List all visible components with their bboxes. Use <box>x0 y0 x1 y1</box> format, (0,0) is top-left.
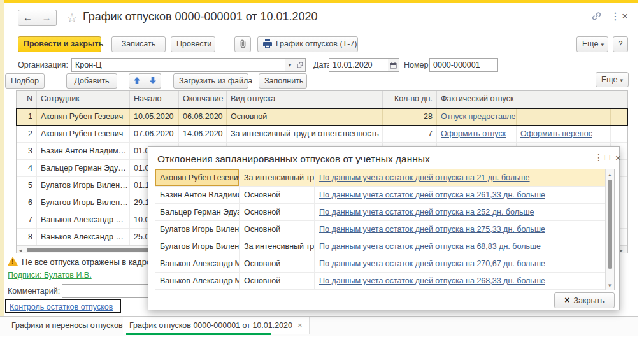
table-row[interactable]: 2Акопян Рубен Гезевич07.06.202014.06.202… <box>17 125 627 143</box>
deviation-row[interactable]: Ваньков Александр Матвее…ОсновнойПо данн… <box>155 255 614 273</box>
deviation-message-cell: По данным учета остаток дней отпуска на … <box>315 187 605 204</box>
deviation-message-link[interactable]: По данным учета остаток дней отпуска на … <box>319 259 545 268</box>
deviation-type-cell: Основной <box>240 204 315 221</box>
dialog-close-button[interactable]: ×Закрыть <box>554 292 615 308</box>
organization-open-icon[interactable] <box>295 58 306 72</box>
window-close-icon[interactable]: × <box>622 10 628 23</box>
employee-cell: Базин Антон Владим… <box>37 143 130 160</box>
calendar-icon[interactable] <box>388 58 399 72</box>
deviation-row[interactable]: Булатов Игорь ВиленовичЗа интенсивный тр… <box>155 238 614 255</box>
dialog-vertical-scrollbar[interactable]: ▴ ▾ <box>605 169 614 290</box>
deviation-type-cell: За интенсивный труд и отве… <box>240 169 315 187</box>
fact-vacation-link[interactable]: Оформить отпуск <box>441 129 506 138</box>
move-up-button[interactable] <box>129 73 145 89</box>
deviation-message-cell: По данным учета остаток дней отпуска на … <box>315 169 605 187</box>
spacer-cell <box>611 125 627 143</box>
deviation-employee-cell: Булатов Игорь Виленович <box>155 221 240 238</box>
dialog-maximize-icon[interactable]: □ <box>605 152 610 162</box>
tab-vacation-schedules-list[interactable]: Графики и переносы отпусков× <box>5 317 140 334</box>
organization-label: Организация: <box>18 61 68 69</box>
table-row[interactable]: 1Акопян Рубен Гезевич10.05.202006.06.202… <box>17 108 627 125</box>
add-button[interactable]: Добавить <box>66 73 117 89</box>
tab-label: Графики и переносы отпусков <box>11 321 123 330</box>
deviation-message-link[interactable]: По данным учета остаток дней отпуска на … <box>319 242 541 251</box>
deviation-message-link[interactable]: По данным учета остаток дней отпуска на … <box>319 173 530 182</box>
dialog-more-dots-icon[interactable]: ⋮ <box>594 152 603 162</box>
help-button[interactable]: ? <box>613 36 628 52</box>
fill-button[interactable]: Заполнить <box>259 73 307 89</box>
dialog-close-icon[interactable]: × <box>615 152 621 163</box>
employee-cell: Ваньков Александр … <box>37 229 130 246</box>
attachment-button[interactable] <box>234 36 251 52</box>
scroll-up-icon[interactable]: ▴ <box>608 171 612 178</box>
deviation-message-cell: По данным учета остаток дней отпуска на … <box>315 238 605 255</box>
deviation-employee-cell: Ваньков Александр Матвее… <box>155 273 240 290</box>
row-number-cell: 6 <box>17 194 37 211</box>
link-icon[interactable] <box>591 11 602 24</box>
scroll-left-icon[interactable]: ◂ <box>19 246 22 254</box>
more-dots-icon[interactable]: ⋮ <box>610 10 620 22</box>
col-header-employee: Сотрудник <box>37 91 130 108</box>
more-button-table[interactable]: Еще▾ <box>596 72 629 87</box>
deviation-row[interactable]: Булатов Игорь ВиленовичОсновнойПо данным… <box>155 221 614 238</box>
deviation-type-cell: Основной <box>240 255 315 273</box>
app-window: ← → ☆ График отпусков 0000-000001 от 10.… <box>0 0 644 342</box>
more-label: Еще <box>601 75 617 84</box>
deviation-employee-cell: Булатов Игорь Виленович <box>155 238 240 255</box>
load-from-file-button[interactable]: Загрузить из файла <box>173 73 248 89</box>
row-number-cell: 1 <box>17 108 37 125</box>
more-button-top[interactable]: Еще▾ <box>576 36 608 52</box>
move-down-button[interactable] <box>145 73 161 89</box>
favorite-star-icon[interactable]: ☆ <box>66 10 78 25</box>
employee-cell: Булатов Игорь Вилен… <box>37 194 130 211</box>
deviations-list: Акопян Рубен ГезевичЗа интенсивный труд … <box>155 169 615 290</box>
table-header-row: N Сотрудник Начало Окончание Вид отпуска… <box>17 91 627 108</box>
window-right-border <box>638 3 638 316</box>
deviation-row[interactable]: Базин Антон ВладимировичОсновнойПо данны… <box>155 187 614 204</box>
vertical-scrollbar-thumb[interactable] <box>608 180 612 269</box>
scroll-down-icon[interactable]: ▾ <box>608 281 612 289</box>
scroll-right-icon[interactable]: ▸ <box>620 246 623 254</box>
deviation-message-link[interactable]: По данным учета остаток дней отпуска на … <box>319 190 545 199</box>
paperclip-icon <box>240 42 247 51</box>
organization-field[interactable]: Крон-Ц <box>71 58 285 72</box>
arrow-down-icon <box>150 77 156 86</box>
deviation-type-cell: Основной <box>240 221 315 238</box>
date-field[interactable]: 10.01.2020 <box>329 58 389 72</box>
end-date-cell: 06.06.2020 <box>179 108 227 125</box>
signatures-link[interactable]: Подписи: Булатов И.В. <box>8 271 92 280</box>
deviation-message-link[interactable]: По данным учета остаток дней отпуска на … <box>319 276 545 285</box>
employee-cell: Акопян Рубен Гезевич <box>37 125 130 143</box>
deviation-message-link[interactable]: По данным учета остаток дней отпуска на … <box>319 208 534 217</box>
print-t7-label: График отпусков (Т-7) <box>276 39 357 48</box>
deviation-employee-cell: Бальцер Герман Эдуардович <box>155 204 240 221</box>
nav-forward-button[interactable]: → <box>37 10 57 26</box>
deviation-message-link[interactable]: По данным учета остаток дней отпуска на … <box>319 225 545 234</box>
fact-vacation-link[interactable]: Отпуск предоставле… <box>441 112 517 121</box>
write-button[interactable]: Записать <box>111 36 166 52</box>
nav-back-button[interactable]: ← <box>18 10 38 26</box>
deviation-type-cell: За интенсивный труд и отве… <box>240 238 315 255</box>
tab-close-icon[interactable]: × <box>297 320 303 330</box>
print-t7-button[interactable]: График отпусков (Т-7) <box>257 36 358 52</box>
deviation-row[interactable]: Ваньков Александр Матвее…ОсновнойПо данн… <box>155 273 614 290</box>
vacation-type-cell: За интенсивный труд и ответственность <box>227 125 383 143</box>
col-header-type: Вид отпуска <box>227 91 383 108</box>
printer-icon <box>263 38 272 53</box>
chevron-down-icon: ▾ <box>620 77 623 83</box>
arrow-up-icon <box>134 77 140 86</box>
balance-control-link[interactable]: Контроль остатков отпусков <box>10 303 113 311</box>
deviation-row[interactable]: Бальцер Герман ЭдуардовичОсновнойПо данн… <box>155 204 614 221</box>
deviation-row[interactable]: Акопян Рубен ГезевичЗа интенсивный труд … <box>155 169 614 187</box>
post-button[interactable]: Провести <box>171 36 215 52</box>
pick-button[interactable]: Подбор <box>5 73 45 89</box>
fact-cell: Оформить перенос <box>517 125 611 143</box>
number-field[interactable]: 0000-000001 <box>429 58 498 72</box>
spacer-cell <box>611 108 627 125</box>
post-and-close-button[interactable]: Провести и закрыть <box>18 36 101 52</box>
horizontal-scrollbar-thumb[interactable] <box>27 248 152 252</box>
transfer-vacation-link[interactable]: Оформить перенос <box>520 129 592 138</box>
warning-text: Не все отпуска отражены в кадро <box>22 257 151 267</box>
organization-dropdown-icon[interactable]: ▾ <box>285 58 296 72</box>
tab-vacation-schedule-document[interactable]: График отпусков 0000-000001 от 10.01.202… <box>123 317 310 334</box>
